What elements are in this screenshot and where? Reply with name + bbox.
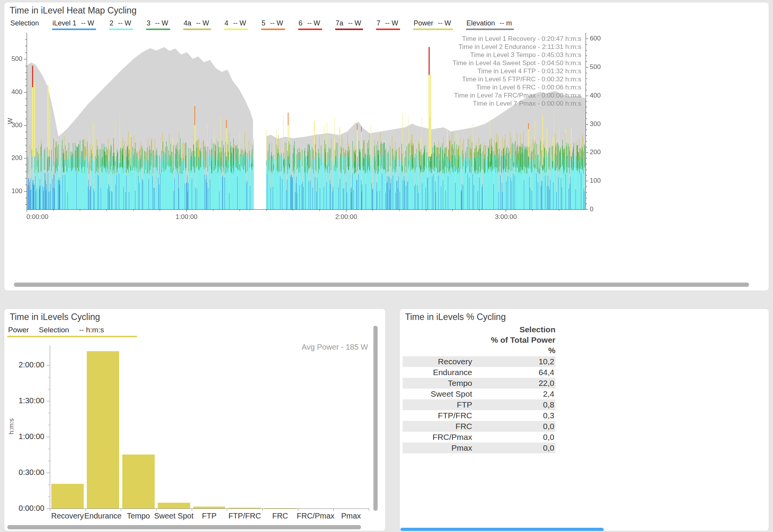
- table-cell-percent: 2,4: [472, 389, 555, 399]
- x-axis-tick: [333, 508, 334, 511]
- legend-item-name: Power: [414, 19, 433, 27]
- table-row-endurance: Endurance64,4: [403, 367, 555, 378]
- time-in-level-annotation: Time in Level 4a Sweet Spot - 0:04:50 h:…: [452, 59, 581, 67]
- bar-sweet-spot: [158, 503, 190, 508]
- x-axis-tick: [50, 508, 50, 511]
- bars-horizontal-scrollbar[interactable]: [7, 525, 361, 529]
- table-cell-percent: 0,0: [472, 433, 555, 442]
- bars-x-axis: [50, 508, 369, 509]
- y-axis-minor-tick: [48, 485, 50, 485]
- legend-item-value: -- W: [81, 19, 94, 27]
- app-window: Time in iLevel Heat Map Cycling Selectio…: [0, 0, 773, 532]
- x-axis-tick: [156, 508, 157, 511]
- table-row-ftp: FTP0,8: [403, 399, 555, 410]
- x-axis-category-label-tempo: Tempo: [127, 512, 150, 520]
- table-cell-level: FTP/FRC: [403, 411, 472, 420]
- table-cell-level: FRC: [403, 422, 472, 431]
- time-in-level-annotation: Time in Level 4 FTP - 0:01:32 h:m:s: [452, 67, 581, 75]
- time-in-level-annotation: Time in Level 2 Endurance - 2:11:31 h:m:…: [452, 43, 581, 51]
- legend-item-value: -- W: [385, 19, 398, 27]
- table-cell-level: Pmax: [403, 443, 472, 453]
- legend-item-value: -- W: [270, 19, 283, 27]
- time-in-level-annotation: Time in Level 6 FRC - 0:00:06 h:m:s: [452, 83, 581, 91]
- legend-item-name: 4a: [184, 19, 191, 27]
- y-axis-minor-tick: [48, 425, 50, 425]
- x-axis-category-label-pmax: Pmax: [341, 512, 361, 520]
- table-cell-level: FRC/Pmax: [403, 433, 472, 442]
- y-axis-minor-tick: [48, 377, 50, 377]
- bars-vertical-scrollbar[interactable]: [373, 326, 378, 511]
- x-axis-tick: [85, 508, 86, 511]
- table-row-recovery: Recovery10,2: [403, 356, 555, 367]
- bars-panel: Time in iLevels Cycling Power Selection …: [4, 308, 386, 531]
- table-panel-title: Time in iLevels % Cycling: [405, 312, 506, 322]
- table-row-sweet-spot: Sweet Spot2,4: [403, 389, 555, 399]
- legend-item-value: -- W: [155, 19, 168, 27]
- x-axis-tick: [262, 508, 263, 511]
- legend-item-name: 7a: [336, 19, 343, 27]
- legend-item-value: -- W: [118, 19, 131, 27]
- bar-recovery: [51, 484, 84, 508]
- y-axis-tick: [47, 508, 50, 509]
- x-axis-category-label-frc: FRC: [272, 512, 288, 520]
- table-cell-percent: 0,3: [472, 411, 555, 420]
- table-horizontal-scrollbar[interactable]: [400, 528, 604, 531]
- table-cell-level: Sweet Spot: [403, 389, 472, 399]
- table-cell-level: Recovery: [403, 357, 472, 366]
- legend-item-value: -- W: [348, 19, 361, 27]
- x-axis-category-label-sweet-spot: Sweet Spot: [154, 512, 193, 520]
- time-in-level-annotation: Time in Level 7 Pmax - 0:00:00 h:m:s: [452, 99, 581, 108]
- y-axis-tick-label: 0:00:00: [4, 504, 44, 513]
- y-axis-tick-label: 1:30:00: [4, 396, 44, 405]
- percent-table-panel: Time in iLevels % Cycling Selection % of…: [399, 308, 769, 531]
- x-axis-category-label-endurance: Endurance: [84, 512, 122, 520]
- y-axis-tick: [47, 473, 50, 473]
- table-cell-level: Tempo: [403, 379, 472, 388]
- bar-ftp: [193, 507, 226, 508]
- bar-frc: [264, 508, 296, 508]
- legend-item-value: -- W: [438, 19, 451, 27]
- bars-y-axis-label: h:m:s: [8, 418, 15, 434]
- x-axis-category-label-frc-pmax: FRC/Pmax: [297, 512, 334, 520]
- legend-item-value: -- W: [233, 19, 246, 27]
- legend-item-name: 2: [110, 19, 113, 27]
- time-in-level-annotations: Time in Level 1 Recovery - 0:20:47 h:m:s…: [452, 35, 581, 108]
- y-axis-minor-tick: [48, 413, 50, 413]
- table-row-frc-pmax: FRC/Pmax0,0: [403, 432, 555, 443]
- y-axis-tick: [47, 437, 50, 437]
- x-axis-tick: [121, 508, 121, 511]
- y-axis-minor-tick: [48, 497, 50, 497]
- bar-ftp-frc: [228, 508, 261, 508]
- time-in-level-annotation: Time in Level 7a FRC/Pmax - 0:00:00 h:m:…: [452, 91, 581, 99]
- heatmap-panel: Time in iLevel Heat Map Cycling Selectio…: [4, 2, 769, 291]
- legend-item-value: -- W: [307, 19, 320, 27]
- avg-power-annotation: Avg Power - 185 W: [302, 343, 368, 352]
- heatmap-panel-title: Time in iLevel Heat Map Cycling: [10, 5, 137, 16]
- table-cell-percent: 0,0: [472, 443, 555, 453]
- legend-item-name: 5: [262, 19, 265, 27]
- heatmap-chart-canvas[interactable]: [4, 27, 769, 227]
- x-axis-category-label-recovery: Recovery: [51, 512, 84, 520]
- bar-tempo: [122, 455, 155, 508]
- x-axis-tick: [298, 508, 298, 511]
- table-cell-percent: 10,2: [472, 357, 555, 366]
- legend-item-name: 6: [299, 19, 302, 27]
- table-cell-percent: 0,0: [472, 422, 555, 431]
- legend-item-name: 4: [224, 19, 228, 27]
- table-header-metric: % of Total Power: [403, 335, 555, 345]
- y-axis-minor-tick: [48, 461, 50, 461]
- table-header-unit: %: [403, 345, 555, 355]
- bars-y-axis: [50, 345, 50, 508]
- legend-item-name: Elevation: [466, 19, 495, 27]
- legend-item-name: 3: [147, 19, 150, 27]
- bar-chart-plot[interactable]: 0:00:000:30:001:00:001:30:002:00:00Recov…: [4, 309, 385, 531]
- percent-table: Recovery10,2Endurance64,4Tempo22,0Sweet …: [403, 356, 555, 453]
- legend-item-name: 7: [376, 19, 380, 27]
- y-axis-tick: [47, 365, 50, 365]
- heatmap-horizontal-scrollbar[interactable]: [14, 283, 749, 287]
- table-cell-percent: 22,0: [472, 379, 555, 388]
- x-axis-category-label-ftp-frc: FTP/FRC: [228, 512, 261, 520]
- legend-item-value: -- W: [196, 19, 209, 27]
- x-axis-category-label-ftp: FTP: [202, 512, 217, 520]
- table-row-pmax: Pmax0,0: [403, 443, 555, 453]
